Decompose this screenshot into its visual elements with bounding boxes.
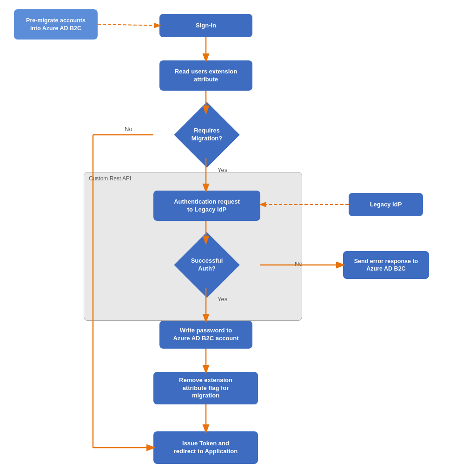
issue-token-node: Issue Token and redirect to Application [153, 431, 258, 464]
custom-rest-label: Custom Rest API [89, 175, 131, 182]
write-password-node: Write password to Azure AD B2C account [159, 321, 252, 349]
svg-text:No: No [125, 126, 132, 132]
flowchart-diagram: Custom Rest API Sign-In Pre-migrate acco… [0, 0, 476, 476]
auth-request-node: Authentication request to Legacy IdP [153, 191, 260, 221]
requires-migration-diamond: Requires Migration? [153, 112, 260, 158]
legacy-idp-node: Legacy IdP [349, 193, 423, 216]
remove-attr-node: Remove extension attribute flag for migr… [153, 372, 258, 404]
send-error-node: Send error response to Azure AD B2C [343, 251, 429, 279]
svg-line-0 [98, 24, 159, 26]
sign-in-node: Sign-In [159, 14, 252, 37]
successful-auth-diamond: Successful Auth? [153, 242, 260, 288]
read-users-node: Read users extension attribute [159, 60, 252, 91]
pre-migrate-node: Pre-migrate accounts into Azure AD B2C [14, 9, 98, 40]
